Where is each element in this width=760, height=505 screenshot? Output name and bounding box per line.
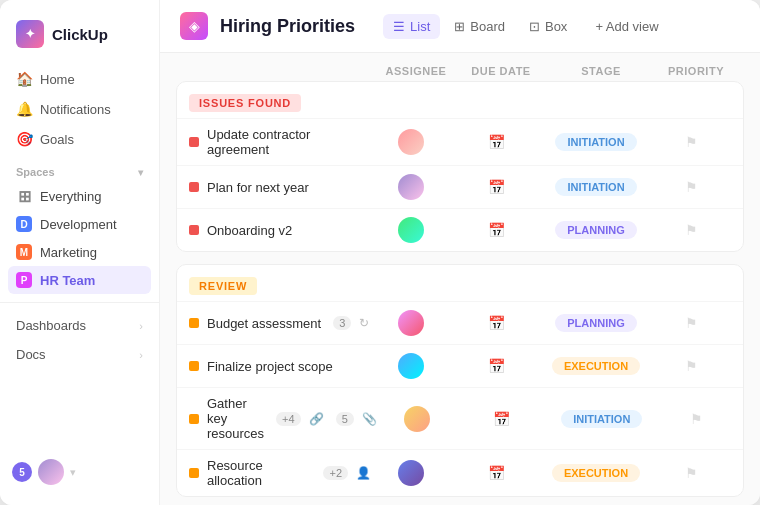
sidebar-item-development[interactable]: D Development xyxy=(8,210,151,238)
task-name-cell: Plan for next year xyxy=(189,180,371,195)
task-status-dot xyxy=(189,225,199,235)
stage-badge: PLANNING xyxy=(555,221,636,239)
sidebar-item-marketing-label: Marketing xyxy=(40,245,97,260)
group-label-issues: ISSUES FOUND xyxy=(189,94,301,112)
user-count-badge: 5 xyxy=(12,462,32,482)
group-label-review: REVIEW xyxy=(189,277,257,295)
task-name-cell: Update contractor agreement xyxy=(189,127,371,157)
flag-icon: ⚑ xyxy=(685,315,698,331)
list-icon: ☰ xyxy=(393,19,405,34)
group-review: REVIEW Budget assessment 3 ↻ 📅 PLANNING … xyxy=(176,264,744,497)
sidebar-item-everything[interactable]: ⊞ Everything xyxy=(8,182,151,210)
assignee-cell xyxy=(371,174,451,200)
chevron-right-icon: › xyxy=(139,320,143,332)
tab-board[interactable]: ⊞ Board xyxy=(444,14,515,39)
sidebar-item-notifications[interactable]: 🔔 Notifications xyxy=(8,94,151,124)
priority-cell: ⚑ xyxy=(651,358,731,374)
due-date-cell: 📅 xyxy=(451,134,541,150)
table-row[interactable]: Finalize project scope 📅 EXECUTION ⚑ xyxy=(177,344,743,387)
stage-badge: INITIATION xyxy=(561,410,642,428)
assignee-cell xyxy=(371,460,451,486)
col-priority: PRIORITY xyxy=(656,65,736,77)
sidebar-item-docs[interactable]: Docs › xyxy=(8,340,151,369)
col-due-date: DUE DATE xyxy=(456,65,546,77)
stage-cell: EXECUTION xyxy=(541,464,651,482)
avatar xyxy=(398,310,424,336)
due-date-cell: 📅 xyxy=(451,179,541,195)
task-status-dot xyxy=(189,468,199,478)
due-date-cell: 📅 xyxy=(451,222,541,238)
tab-board-label: Board xyxy=(470,19,505,34)
task-status-dot xyxy=(189,361,199,371)
sidebar-item-dashboards-label: Dashboards xyxy=(16,318,86,333)
task-clip-badge: 5 xyxy=(336,412,354,426)
tab-box-label: Box xyxy=(545,19,567,34)
flag-icon: ⚑ xyxy=(685,358,698,374)
stage-badge: EXECUTION xyxy=(552,464,640,482)
main-content: ◈ Hiring Priorities ☰ List ⊞ Board ⊡ Box… xyxy=(160,0,760,505)
sidebar-item-dashboards[interactable]: Dashboards › xyxy=(8,311,151,340)
flag-icon: ⚑ xyxy=(690,411,703,427)
priority-cell: ⚑ xyxy=(651,465,731,481)
link-icon: 🔗 xyxy=(309,412,324,426)
stage-cell: PLANNING xyxy=(541,221,651,239)
page-title: Hiring Priorities xyxy=(220,16,355,37)
home-icon: 🏠 xyxy=(16,71,32,87)
table-area: ASSIGNEE DUE DATE STAGE PRIORITY ISSUES … xyxy=(160,53,760,505)
task-name-cell: Resource allocation +2 👤 xyxy=(189,458,371,488)
task-name: Finalize project scope xyxy=(207,359,333,374)
tab-list[interactable]: ☰ List xyxy=(383,14,440,39)
app-container: ✦ ClickUp 🏠 Home 🔔 Notifications 🎯 Goals… xyxy=(0,0,760,505)
task-count-badge: +2 xyxy=(323,466,348,480)
task-name: Plan for next year xyxy=(207,180,309,195)
page-icon: ◈ xyxy=(180,12,208,40)
view-tabs: ☰ List ⊞ Board ⊡ Box + Add view xyxy=(383,14,669,39)
sidebar-item-notifications-label: Notifications xyxy=(40,102,111,117)
calendar-icon: 📅 xyxy=(488,465,505,481)
user-menu-chevron: ▾ xyxy=(70,466,76,479)
calendar-icon: 📅 xyxy=(488,315,505,331)
sidebar-user-area: 5 ▾ xyxy=(0,451,159,493)
table-row[interactable]: Budget assessment 3 ↻ 📅 PLANNING ⚑ xyxy=(177,301,743,344)
calendar-icon: 📅 xyxy=(488,222,505,238)
sidebar-item-goals-label: Goals xyxy=(40,132,74,147)
sidebar-item-home[interactable]: 🏠 Home xyxy=(8,64,151,94)
sidebar-item-goals[interactable]: 🎯 Goals xyxy=(8,124,151,154)
stage-cell: INITIATION xyxy=(547,410,657,428)
task-status-dot xyxy=(189,182,199,192)
hr-team-icon: P xyxy=(16,272,32,288)
table-row[interactable]: Update contractor agreement 📅 INITIATION… xyxy=(177,118,743,165)
task-status-dot xyxy=(189,318,199,328)
stage-cell: EXECUTION xyxy=(541,357,651,375)
sidebar: ✦ ClickUp 🏠 Home 🔔 Notifications 🎯 Goals… xyxy=(0,0,160,505)
tab-box[interactable]: ⊡ Box xyxy=(519,14,577,39)
table-row[interactable]: Resource allocation +2 👤 📅 EXECUTION ⚑ xyxy=(177,449,743,496)
task-status-dot xyxy=(189,414,199,424)
assignee-cell xyxy=(377,406,457,432)
task-name-cell: Onboarding v2 xyxy=(189,223,371,238)
table-row[interactable]: Gather key resources +4 🔗 5 📎 📅 INITIATI… xyxy=(177,387,743,449)
calendar-icon: 📅 xyxy=(488,134,505,150)
add-view-button[interactable]: + Add view xyxy=(585,14,668,39)
stage-badge: PLANNING xyxy=(555,314,636,332)
notifications-icon: 🔔 xyxy=(16,101,32,117)
table-header: ASSIGNEE DUE DATE STAGE PRIORITY xyxy=(176,65,744,81)
board-icon: ⊞ xyxy=(454,19,465,34)
table-row[interactable]: Plan for next year 📅 INITIATION ⚑ xyxy=(177,165,743,208)
calendar-icon: 📅 xyxy=(488,179,505,195)
task-name-cell: Gather key resources +4 🔗 5 📎 xyxy=(189,396,377,441)
tab-list-label: List xyxy=(410,19,430,34)
sidebar-item-hr-team[interactable]: P HR Team xyxy=(8,266,151,294)
priority-cell: ⚑ xyxy=(651,179,731,195)
sidebar-item-marketing[interactable]: M Marketing xyxy=(8,238,151,266)
spaces-section-label: Spaces ▾ xyxy=(0,154,159,182)
table-row[interactable]: Onboarding v2 📅 PLANNING ⚑ xyxy=(177,208,743,251)
stage-cell: INITIATION xyxy=(541,133,651,151)
chevron-right-icon: › xyxy=(139,349,143,361)
add-view-label: + Add view xyxy=(595,19,658,34)
calendar-icon: 📅 xyxy=(493,411,510,427)
sidebar-item-development-label: Development xyxy=(40,217,117,232)
col-stage: STAGE xyxy=(546,65,656,77)
everything-icon: ⊞ xyxy=(16,188,32,204)
logo-text: ClickUp xyxy=(52,26,108,43)
